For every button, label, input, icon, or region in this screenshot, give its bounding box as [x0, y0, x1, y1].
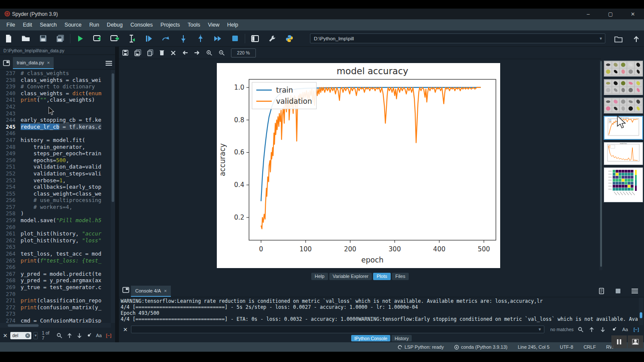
run-selection-icon[interactable] — [123, 32, 140, 45]
tab-close-icon[interactable]: × — [47, 60, 50, 65]
code-line-258[interactable]: 258) — [0, 210, 111, 217]
new-file-icon[interactable] — [0, 32, 17, 45]
code-line-256[interactable]: 256 # use_multiprocessing — [0, 197, 111, 204]
save-all-plots-icon[interactable] — [134, 49, 141, 56]
case-sensitive-icon[interactable]: Aa — [95, 333, 103, 338]
run-icon[interactable] — [72, 32, 89, 45]
menu-source[interactable]: Source — [61, 20, 85, 30]
thumbnail-pill-grid-3[interactable] — [604, 97, 643, 114]
step-over-icon[interactable] — [158, 32, 175, 45]
copy-plot-icon[interactable] — [147, 49, 153, 56]
menu-view[interactable]: View — [204, 20, 223, 30]
code-line-271[interactable]: 271print(classification_repo — [0, 297, 111, 304]
find-previous-icon[interactable] — [66, 333, 73, 338]
code-line-241[interactable]: 241print("",class_weights) — [0, 97, 111, 103]
editor-options-menu-icon[interactable] — [102, 57, 115, 69]
clear-search-icon[interactable]: ✕ — [25, 333, 30, 338]
code-line-237[interactable]: 237# class_weights — [0, 70, 111, 77]
search-icon[interactable] — [576, 327, 585, 332]
search-icon[interactable] — [56, 333, 64, 338]
save-icon[interactable] — [34, 32, 52, 45]
console-scrollbar[interactable] — [639, 298, 643, 325]
browse-tabs-icon[interactable] — [0, 57, 13, 69]
chevron-down-icon[interactable]: ▼ — [536, 327, 544, 332]
open-file-icon[interactable] — [17, 32, 34, 45]
code-line-244[interactable]: 244early_stopping_cb = tf.ke — [0, 117, 111, 124]
tab-close-icon[interactable]: × — [164, 288, 167, 293]
code-line-250[interactable]: 250 epochs=500, — [0, 157, 111, 164]
chevron-down-icon[interactable]: ▼ — [597, 36, 605, 41]
console-options-menu-icon[interactable] — [632, 289, 638, 293]
menu-run[interactable]: Run — [85, 20, 103, 30]
code-line-253[interactable]: 253 verbose=1, — [0, 177, 111, 184]
zoom-out-icon[interactable] — [219, 50, 225, 56]
code-line-254[interactable]: 254 callbacks=[early_stop — [0, 184, 111, 190]
python-logo-icon[interactable] — [281, 32, 298, 45]
debug-icon[interactable] — [140, 32, 158, 45]
step-return-icon[interactable] — [192, 32, 209, 45]
code-line-242[interactable]: 242 — [0, 103, 111, 110]
regex-icon[interactable]: [−] — [105, 333, 112, 338]
interpreter-status[interactable]: conda (Python 3.9.13) — [454, 344, 507, 350]
code-line-260[interactable]: 260 — [0, 224, 111, 231]
console-panel-tab-history[interactable]: History — [392, 335, 412, 341]
code-line-269[interactable]: 269y_true = test_generator.c — [0, 284, 111, 291]
stop-icon[interactable] — [226, 32, 243, 45]
code-editor[interactable]: 237# class_weights238class_weights = cla… — [0, 70, 111, 323]
thumbnail-confusion-matrix[interactable] — [604, 167, 643, 202]
code-line-270[interactable]: 270 — [0, 291, 111, 298]
code-line-255[interactable]: 255 class_weight=class_we — [0, 190, 111, 197]
code-line-268[interactable]: 268y_pred = y_pred.argmax(ax — [0, 277, 111, 284]
thumbnail-loss-plot[interactable]: model loss — [604, 142, 643, 165]
panel-tab-files[interactable]: Files — [392, 273, 409, 280]
thumbnail-pill-grid-1[interactable] — [604, 60, 643, 77]
find-close-icon[interactable]: ✕ — [3, 332, 8, 339]
interrupt-kernel-icon[interactable] — [616, 289, 620, 293]
code-line-265[interactable]: 265print(f"test_loss: {test_ — [0, 257, 111, 264]
step-into-icon[interactable] — [175, 32, 192, 45]
person-icon[interactable] — [628, 335, 643, 348]
panel-tab-variable-explorer[interactable]: Variable Explorer — [329, 273, 372, 280]
inspect-icon[interactable] — [598, 288, 605, 294]
editor-vertical-scrollbar[interactable] — [111, 70, 115, 323]
zoom-in-icon[interactable] — [206, 50, 213, 56]
code-line-243[interactable]: 243 — [0, 110, 111, 117]
code-line-252[interactable]: 252 validation_steps=vali — [0, 170, 111, 177]
code-line-245[interactable]: 245reduce_lr_cb = tf.keras.c — [0, 124, 111, 130]
save-plot-icon[interactable] — [122, 50, 128, 56]
code-line-273[interactable]: 273 — [0, 311, 111, 317]
plots-scrollbar[interactable] — [599, 60, 602, 270]
menu-search[interactable]: Search — [36, 20, 61, 30]
close-button[interactable]: ✕ — [622, 9, 644, 19]
remove-plot-icon[interactable] — [159, 50, 164, 56]
code-line-248[interactable]: 248 train_generator, — [0, 144, 111, 151]
code-line-251[interactable]: 251 validation_data=valid — [0, 163, 111, 170]
code-line-259[interactable]: 259model.save("Pill model.h5 — [0, 217, 111, 224]
remove-all-plots-icon[interactable] — [170, 50, 176, 56]
code-line-263[interactable]: 263 — [0, 244, 111, 250]
find-next-icon[interactable] — [598, 327, 607, 332]
previous-plot-icon[interactable] — [182, 50, 188, 55]
panel-tab-plots[interactable]: Plots — [373, 273, 390, 280]
menu-consoles[interactable]: Consoles — [127, 20, 157, 30]
panel-tab-help[interactable]: Help — [311, 273, 328, 280]
menu-debug[interactable]: Debug — [103, 20, 127, 30]
code-line-274[interactable]: 274cmd = ConfusionMatrixDisp — [0, 317, 111, 323]
highlight-matches-icon[interactable] — [85, 333, 93, 338]
menu-edit[interactable]: Edit — [19, 20, 36, 30]
continue-icon[interactable] — [209, 32, 226, 45]
editor-horizontal-scrollbar[interactable] — [0, 323, 111, 328]
next-plot-icon[interactable] — [194, 50, 200, 55]
run-cell-advance-icon[interactable] — [106, 32, 123, 45]
case-sensitive-icon[interactable]: Aa — [621, 327, 629, 332]
browse-tabs-icon[interactable] — [122, 287, 129, 293]
search-history-dropdown-icon[interactable]: ▼ — [33, 332, 38, 339]
highlight-matches-icon[interactable] — [610, 327, 618, 332]
maximize-pane-icon[interactable] — [246, 32, 264, 45]
menu-file[interactable]: File — [3, 20, 19, 30]
console-search-input[interactable]: ▼ — [131, 326, 544, 333]
pane-splitter[interactable] — [115, 47, 119, 342]
find-close-icon[interactable]: ✕ — [122, 326, 128, 333]
code-line-238[interactable]: 238class_weights = class_wei — [0, 77, 111, 84]
console-tab[interactable]: Console 4/A × — [131, 286, 171, 297]
